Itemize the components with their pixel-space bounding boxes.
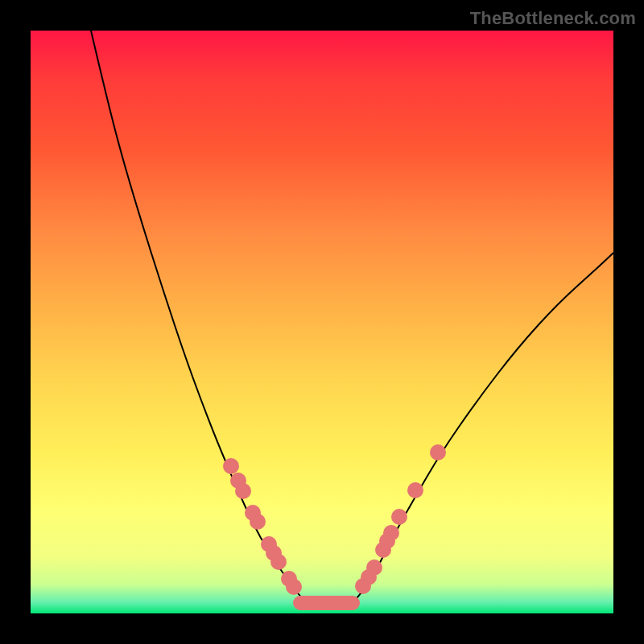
marker-dot — [250, 514, 266, 530]
marker-dot — [223, 458, 239, 474]
marker-dot — [430, 444, 446, 460]
watermark-text: TheBottleneck.com — [470, 8, 636, 29]
marker-dot — [270, 554, 287, 570]
plot-area — [31, 31, 613, 613]
marker-dots — [223, 444, 446, 595]
right-curve — [353, 253, 613, 603]
marker-dot — [286, 579, 302, 595]
curve-layer — [31, 31, 613, 613]
marker-dot — [407, 482, 423, 498]
chart-canvas: TheBottleneck.com — [0, 0, 644, 644]
left-curve — [91, 31, 308, 603]
marker-dot — [235, 483, 251, 499]
marker-dot — [366, 559, 382, 576]
marker-dot — [391, 509, 407, 525]
marker-dot — [383, 525, 399, 541]
